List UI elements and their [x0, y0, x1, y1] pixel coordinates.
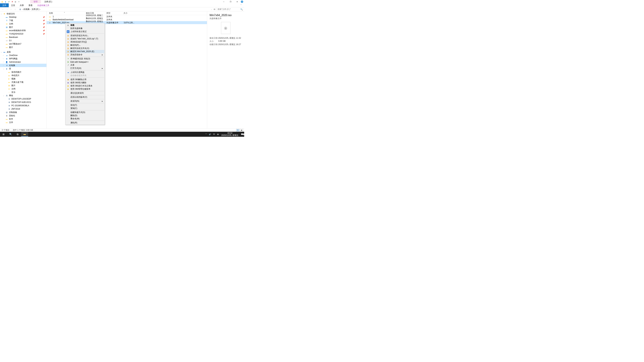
- nav-documents2[interactable]: ▤文档: [0, 87, 46, 90]
- nav-wps[interactable]: ›◆WPS网盘: [0, 57, 46, 60]
- nav-software[interactable]: ▬软件: [0, 117, 46, 121]
- help-icon[interactable]: ?: [241, 0, 243, 3]
- ctx-browse-bee[interactable]: ✦用 蜂蜜浏览器 浏览(3): [66, 57, 104, 60]
- ctx-share[interactable]: ↗共享: [66, 63, 104, 67]
- close-red-icon[interactable]: ✕: [11, 0, 14, 3]
- file-row[interactable]: ▬ BaiduNetdiskDownload 2020/12/25, 星期五 1…: [46, 18, 207, 21]
- nav-recycle-bin[interactable]: 🗑回收站: [0, 114, 46, 117]
- nav-libraries[interactable]: ⌄▮库: [0, 67, 46, 70]
- breadcrumb[interactable]: 🖥 › 此电脑 › 文档 (E:) ›: [18, 8, 210, 11]
- ctx-delete[interactable]: 删除(D): [66, 114, 104, 117]
- nav-downloads[interactable]: ⬇下载📌: [0, 19, 46, 22]
- ctx-burn[interactable]: 刻录光盘映像: [66, 27, 104, 30]
- nav-back-button[interactable]: ←: [1, 8, 5, 10]
- nav-pictures[interactable]: ▦图片📌: [0, 25, 46, 29]
- nav-forward-button[interactable]: →: [5, 8, 9, 10]
- nav-recent-icon[interactable]: ▾: [10, 8, 13, 10]
- search-icon[interactable]: 🔍: [240, 8, 243, 10]
- minimize-button[interactable]: ─: [220, 0, 227, 3]
- nav-videos[interactable]: ▶视频: [0, 77, 46, 80]
- search-input[interactable]: 搜索"文档 (E:)" 🔍: [216, 8, 243, 11]
- ctx-360-delete[interactable]: ▣使用 360强力删除: [66, 81, 104, 84]
- nav-camera-roll[interactable]: ▬本机照片: [0, 74, 46, 77]
- ctx-extract-to[interactable]: ▥解压到(F)...: [66, 43, 104, 47]
- nav-saved-pics[interactable]: ▬保存的图片: [0, 70, 46, 74]
- refresh-icon[interactable]: ⟳: [214, 8, 215, 10]
- ribbon-share[interactable]: 共享: [18, 3, 26, 7]
- nav-net-pc4[interactable]: 🖥ZMT2019: [0, 107, 46, 111]
- ctx-qq-send[interactable]: 通过QQ发送到: [66, 91, 104, 95]
- props-icon[interactable]: ◐: [14, 0, 17, 3]
- ctx-shortcut[interactable]: 创建快捷方式(S): [66, 111, 104, 114]
- nav-up-button[interactable]: ↑: [14, 8, 17, 10]
- ctx-add-archive[interactable]: ▥添加到压缩文件(A)...: [66, 34, 104, 37]
- nav-files[interactable]: ▬文件: [0, 121, 46, 124]
- ctx-extract-here[interactable]: ▥解压到当前文件夹(X): [66, 47, 104, 50]
- ctx-rename[interactable]: 重命名(M): [66, 117, 104, 120]
- task-view-button[interactable]: ⧉: [14, 132, 21, 137]
- ctx-open-with[interactable]: 打开方式(H)▶: [66, 67, 104, 70]
- nav-pictures2[interactable]: ▬图片: [0, 45, 46, 49]
- search-button[interactable]: 🔍: [7, 132, 14, 137]
- ctx-add-zip[interactable]: ▥添加到 "Win7x64_2020.zip" (T): [66, 37, 104, 40]
- ctx-other-compress[interactable]: ▥其他压缩命令▶: [66, 53, 104, 56]
- ctx-send-to[interactable]: 发送到(N)▶: [66, 99, 104, 103]
- nav-control-panel[interactable]: ▥控制面板: [0, 111, 46, 114]
- ctx-copy[interactable]: 复制(C): [66, 107, 104, 110]
- volume-icon[interactable]: 🔊: [208, 133, 212, 135]
- ctx-cut[interactable]: 剪切(T): [66, 104, 104, 107]
- tray-chevron-icon[interactable]: ⌃: [204, 133, 208, 135]
- ctx-extract-folder[interactable]: ▥解压到 Win7x64_2020\ (E): [66, 50, 104, 53]
- nav-yunqishi[interactable]: ▬YUNQISHI2019📌: [0, 32, 46, 35]
- nav-excel-folder[interactable]: ▬excel表格制作求和📌: [0, 29, 46, 32]
- ctx-360-trojan[interactable]: ◉使用 360进行木马云查杀: [66, 84, 104, 87]
- ctx-open-360zip[interactable]: ▥用360压缩打开(Q): [66, 40, 104, 43]
- ctx-360-manage[interactable]: ◉使用 360管理右键菜单: [66, 87, 104, 91]
- breadcrumb-location[interactable]: 文档 (E:): [32, 8, 40, 11]
- nav-tianyi[interactable]: ▬天翼云盘下载: [0, 80, 46, 84]
- col-size[interactable]: 大小: [124, 12, 139, 14]
- nav-quick-access[interactable]: ⌄★快速访问: [0, 12, 46, 15]
- nav-bandicam[interactable]: ▬Bandicam: [0, 35, 46, 39]
- ctx-360-unlock[interactable]: ▣使用 360解除占用: [66, 78, 104, 81]
- nav-drive-g[interactable]: ▭G:\: [0, 39, 46, 42]
- ctx-baidu-upload[interactable]: ☁上传到百度网盘: [66, 71, 104, 74]
- file-row[interactable]: ▬ 1 2020/12/15, 星期二 1... 文件夹: [46, 15, 207, 18]
- close-button[interactable]: ✕: [234, 0, 240, 3]
- pin-icon[interactable]: ▮: [4, 0, 7, 3]
- nav-win7-folder[interactable]: ▬win7重装win7: [0, 42, 46, 45]
- nav-this-pc[interactable]: ›🖥此电脑: [0, 64, 46, 67]
- nav-net-pc3[interactable]: 🖥PC-20190530OBLA: [0, 104, 46, 107]
- network-tray-icon[interactable]: 🖧: [216, 133, 220, 135]
- ctx-youdao[interactable]: ▶上传到有道云笔记: [66, 30, 104, 33]
- nav-music[interactable]: ♪音乐: [0, 90, 46, 94]
- nav-documents[interactable]: ▤文档📌: [0, 22, 46, 25]
- action-center-icon[interactable]: 💬3: [240, 133, 244, 135]
- nav-network[interactable]: ⌄🖧网络: [0, 94, 46, 97]
- ctx-notepad[interactable]: ▤Edit with Notepad++: [66, 60, 104, 63]
- nav-onedrive[interactable]: ›☁OneDrive: [0, 54, 46, 57]
- start-button[interactable]: ⊞: [0, 132, 7, 137]
- taskbar-clock[interactable]: 16:32 2020/12/25, 星期五: [220, 132, 240, 136]
- ribbon-home[interactable]: 主页: [9, 3, 18, 7]
- qat-dropdown-icon[interactable]: ▾: [18, 0, 20, 3]
- nav-administrator[interactable]: ›👤Administrator: [0, 60, 46, 64]
- col-name[interactable]: 名称▴: [49, 12, 86, 14]
- ctx-properties[interactable]: 属性(R): [66, 121, 104, 124]
- ctx-mount[interactable]: ◉装载: [66, 24, 104, 27]
- ribbon-collapse-icon[interactable]: ⌃: [238, 3, 244, 7]
- nav-desktop[interactable]: ▬Desktop📌: [0, 15, 46, 19]
- explorer-taskbar-button[interactable]: ▬: [21, 132, 28, 137]
- ribbon-view[interactable]: 查看: [26, 3, 35, 7]
- check-icon[interactable]: ✔: [8, 0, 10, 3]
- breadcrumb-root[interactable]: 此电脑: [24, 8, 30, 11]
- nav-net-pc2[interactable]: 🖥DESKTOP-NJEU3CG: [0, 100, 46, 104]
- nav-pictures3[interactable]: ▦图片: [0, 84, 46, 87]
- ribbon-context-tool[interactable]: 光盘映像工具: [35, 3, 52, 7]
- address-dropdown-icon[interactable]: ⌄: [211, 8, 212, 10]
- view-details-button[interactable]: ☰: [236, 129, 240, 132]
- col-type[interactable]: 类型: [106, 12, 124, 14]
- ribbon-file[interactable]: 文件: [0, 3, 9, 7]
- nav-desktop-root[interactable]: ⌄▬桌面: [0, 50, 46, 54]
- maximize-button[interactable]: ❐: [227, 0, 234, 3]
